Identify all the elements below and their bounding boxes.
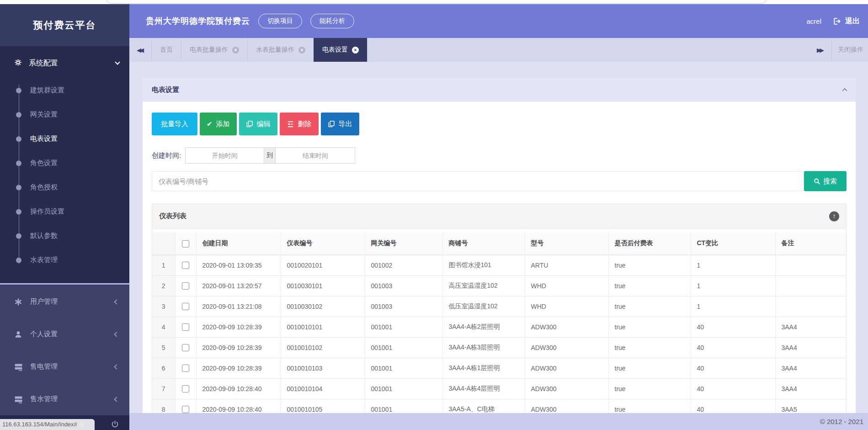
sidebar-sub-item[interactable]: 电表设置 [0,127,129,151]
sidebar-sub-item[interactable]: 默认参数 [0,224,129,248]
sidebar-sublist: 建筑群设置 网关设置 电表设置 角色设置 [0,75,129,275]
tab-close-icon[interactable]: × [298,47,305,54]
row-checkbox[interactable] [182,303,189,310]
row-checkbox[interactable] [182,323,189,331]
sidebar-sub-item[interactable]: 水表管理 [0,248,129,272]
start-time-input[interactable] [185,147,264,164]
row-checkbox[interactable] [182,385,189,392]
sidebar-item-personal-settings[interactable]: 个人设置 [0,318,129,350]
scroll-top-icon[interactable]: ↑ [829,211,839,221]
model-cell: ADW300 [525,358,608,378]
sidebar-group-label: 系统配置 [29,59,116,68]
created-date-cell: 2020-09-09 10:28:39 [196,337,281,358]
search-button[interactable]: 搜索 [804,171,847,191]
sidebar: 预付费云平台 系统配置 建筑群设置 [0,4,129,430]
button-label: 导出 [339,120,352,129]
select-all-header[interactable] [175,232,196,255]
search-input[interactable] [152,171,804,191]
batch-import-button[interactable]: 批量导入 [152,113,197,135]
sidebar-sub-item[interactable]: 角色授权 [0,175,129,199]
logout-button[interactable]: 退出 [845,16,860,26]
browser-chrome-strip [0,0,868,4]
tab[interactable]: 电表批量操作 × [181,38,247,62]
column-header: 是否后付费表 [608,232,691,255]
postpaid-cell: true [608,337,691,358]
row-checkbox[interactable] [182,365,189,372]
tab[interactable]: 电表设置 × [314,38,367,62]
tab-close-icon[interactable]: × [352,47,359,54]
ct-ratio-cell: 40 [691,399,775,413]
shop-number-cell: 3AA4-A栋3层照明 [442,337,525,358]
collapse-panel-button[interactable] [843,86,847,94]
select-all-checkbox[interactable] [182,240,189,247]
ct-ratio-cell: 1 [691,296,775,317]
row-checkbox[interactable] [182,282,189,290]
logout-icon[interactable] [832,17,841,26]
add-button[interactable]: ✔ 添加 [200,113,237,135]
tabs-scroll-right-button[interactable]: ▶▶ [809,38,831,62]
model-cell: ADW300 [525,317,608,337]
row-checkbox[interactable] [182,262,189,269]
tabs-scroll-left-button[interactable]: ◀◀ [129,38,151,62]
row-checkbox-cell[interactable] [175,399,196,413]
server-list-icon [14,362,23,371]
sidebar-sub-item[interactable]: 网关设置 [0,102,129,127]
note-cell: 3AA4 [775,378,846,399]
created-date-cell: 2020-09-09 10:28:40 [196,378,281,399]
note-cell: 3AA4 [775,337,846,358]
table-row: 8 2020-09-09 10:28:40 0010010105 001001 … [152,399,846,413]
close-operations-dropdown[interactable]: 关闭操作 [831,38,868,62]
tab[interactable]: 首页 [151,38,181,62]
table-row: 1 2020-09-01 13:09:35 0010020101 001002 … [152,255,846,275]
energy-analysis-button[interactable]: 能耗分析 [310,14,354,28]
search-row: 搜索 [152,171,847,191]
tab[interactable]: 水表批量操作 × [247,38,314,62]
sidebar-item-label: 个人设置 [30,330,115,339]
meter-list-header: 仪表列表 ↑ [152,204,846,229]
sidebar-sub-item[interactable]: 角色设置 [0,151,129,175]
row-checkbox[interactable] [182,344,189,351]
edit-button[interactable]: 编辑 [239,113,277,135]
note-cell [775,296,846,317]
row-checkbox-cell[interactable] [175,296,196,317]
bullet-dot-icon [16,233,21,239]
created-date-cell: 2020-09-01 13:09:35 [196,255,281,275]
row-checkbox-cell[interactable] [175,317,196,337]
meter-number-cell: 0010010103 [281,358,365,378]
user-icon [14,330,23,339]
gateway-number-cell: 001001 [365,337,442,358]
sidebar-item-electricity-sales[interactable]: 售电管理 [0,350,129,383]
column-header: 备注 [775,232,846,255]
postpaid-cell: true [608,275,691,296]
sidebar-item-water-sales[interactable]: 售水管理 [0,383,129,415]
power-icon[interactable] [111,420,119,429]
row-number-cell: 3 [152,296,175,317]
row-checkbox-cell[interactable] [175,275,196,296]
chevron-left-icon [114,299,119,304]
tab-label: 电表批量操作 [190,46,228,54]
tab-close-icon[interactable]: × [232,47,239,54]
ct-ratio-cell: 1 [691,255,775,275]
delete-button[interactable]: 删除 [280,113,319,135]
row-checkbox-cell[interactable] [175,337,196,358]
meter-list-body: 创建日期 仪表编号 网关编号 商铺号 型号 是否后 [152,229,846,413]
column-header: 网关编号 [365,232,442,255]
row-checkbox-cell[interactable] [175,255,196,275]
username: acrel [806,17,821,25]
model-cell: ADW300 [525,399,608,413]
sidebar-sub-item[interactable]: 操作员设置 [0,199,129,224]
sidebar-group-system-config[interactable]: 系统配置 [0,52,129,75]
row-checkbox-cell[interactable] [175,358,196,378]
row-checkbox-cell[interactable] [175,378,196,399]
sidebar-sub-item[interactable]: 建筑群设置 [0,78,129,102]
row-checkbox[interactable] [182,406,189,413]
end-time-input[interactable] [275,147,355,164]
switch-project-button[interactable]: 切换项目 [258,14,302,28]
gateway-number-cell: 001003 [365,296,442,317]
created-date-cell: 2020-09-01 13:21:08 [196,296,281,317]
button-label: 搜索 [823,177,837,186]
export-button[interactable]: 导出 [321,113,359,135]
postpaid-cell: true [608,358,691,378]
tabbar-right: ▶▶ 关闭操作 [809,38,868,62]
sidebar-item-user-management[interactable]: 用户管理 [0,285,129,318]
